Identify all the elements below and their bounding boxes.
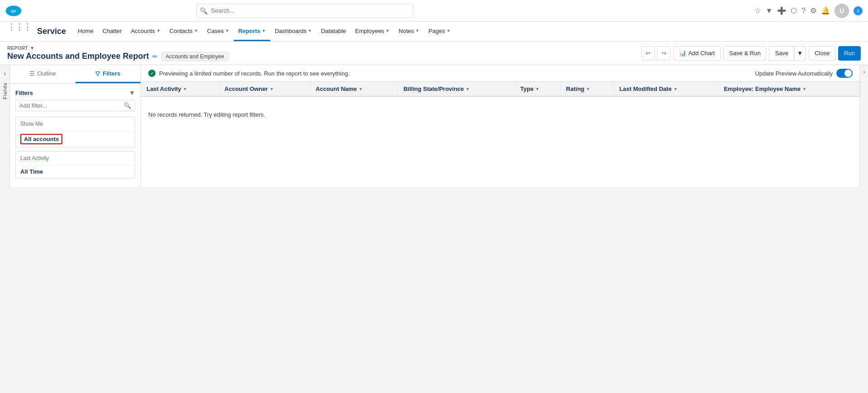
preview-banner-left: ✓ Previewing a limited number of records… [148,70,349,77]
right-edge-panel[interactable]: › [860,65,868,187]
filters-dropdown-icon[interactable]: ▼ [129,89,135,96]
col-header-account-owner[interactable]: Account Owner▼ [219,82,310,96]
search-bar: 🔍 [196,4,413,18]
add-icon[interactable]: ➕ [777,6,786,15]
nav-item-reports[interactable]: Reports▼ [234,22,270,41]
avatar[interactable]: U [835,4,849,18]
filter-group-show-me-header: Show Me [16,117,135,131]
nav-item-datatable[interactable]: Datatable [316,22,351,41]
nav-label: Chatter [103,28,122,34]
filter-group-last-activity: Last Activity All Time [15,151,135,178]
table-container: Last Activity▼Account Owner▼Account Name… [141,82,860,187]
col-sort-icon: ▼ [535,87,539,91]
salesforce-logo[interactable]: SF [5,3,22,19]
col-header-account-name[interactable]: Account Name▼ [310,82,398,96]
nav-item-notes[interactable]: Notes▼ [394,22,424,41]
table-header-row: Last Activity▼Account Owner▼Account Name… [141,82,860,96]
filter-add-input[interactable] [19,102,124,109]
table-head: Last Activity▼Account Owner▼Account Name… [141,82,860,96]
col-header-type[interactable]: Type▼ [514,82,560,96]
nav-label: Employees [355,28,384,34]
report-label: REPORT ▼ [7,45,642,51]
help-icon[interactable]: ? [802,7,806,15]
preview-status-icon: ✓ [148,70,156,77]
right-edge-collapse-icon: › [863,69,865,75]
nav-item-home[interactable]: Home [73,22,98,41]
filter-group-last-activity-value[interactable]: All Time [16,166,135,178]
nav-item-accounts[interactable]: Accounts▼ [126,22,165,41]
col-sort-icon: ▼ [270,87,274,91]
report-title-edit-icon[interactable]: ✏ [152,53,158,60]
main-content: › Fields ☰ Outline ▽ Filters Filters ▼ [0,65,868,187]
col-sort-icon: ▼ [674,87,678,91]
col-header-last-activity[interactable]: Last Activity▼ [141,82,219,96]
favorites-dropdown-icon[interactable]: ▼ [765,7,773,15]
nav-label: Datatable [321,28,346,34]
search-input[interactable] [196,4,413,18]
favorites-icon[interactable]: ☆ [755,6,761,15]
nav-chevron-icon: ▼ [156,28,160,33]
sidebar-toggle-icon[interactable]: › [4,70,6,77]
run-button[interactable]: Run [838,46,861,61]
nav-item-employees[interactable]: Employees▼ [351,22,394,41]
report-header-actions: ↩ ↪ 📊 Add Chart Save & Run Save ▼ Close … [642,46,861,64]
nav-chevron-icon: ▼ [225,28,229,33]
nav-items: HomeChatterAccounts▼Contacts▼Cases▼Repor… [73,22,455,41]
report-type-badge: Accounts and Employee [161,52,228,61]
save-group: Save ▼ [769,46,806,61]
auto-preview-toggle[interactable] [836,69,853,78]
svg-text:SF: SF [11,9,16,13]
nav-item-pages[interactable]: Pages▼ [424,22,455,41]
report-header-left: REPORT ▼ New Accounts and Employee Repor… [7,45,642,65]
app-launcher-icon[interactable]: ⬡ [791,6,797,15]
filters-section-title: Filters ▼ [15,89,135,96]
filter-group-show-me: Show Me All accounts [15,117,135,147]
col-header-billing-state-province[interactable]: Billing State/Province▼ [398,82,514,96]
nav-item-dashboards[interactable]: Dashboards▼ [270,22,316,41]
nav-label: Reports [238,28,260,34]
save-dropdown-button[interactable]: ▼ [794,46,806,61]
close-button[interactable]: Close [809,46,835,61]
add-chart-button[interactable]: 📊 Add Chart [673,46,721,61]
notifications-icon[interactable]: 🔔 [821,6,830,15]
sidebar-fields-label[interactable]: Fields [2,82,8,99]
sidebar: › Fields [0,65,10,187]
nav-label: Home [78,28,94,34]
filter-group-show-me-value[interactable]: All accounts [20,134,62,144]
nav-bar: ⋮⋮⋮ Service HomeChatterAccounts▼Contacts… [0,22,868,42]
tab-outline[interactable]: ☰ Outline [10,65,75,83]
no-records-cell: No records returned. Try editing report … [141,96,860,133]
no-records-row: No records returned. Try editing report … [141,96,860,133]
panel-tabs: ☰ Outline ▽ Filters [10,65,141,84]
app-name: Service [35,22,73,41]
settings-icon[interactable]: ⚙ [810,6,816,15]
col-sort-icon: ▼ [802,87,807,91]
redo-button[interactable]: ↪ [657,46,670,61]
nav-item-cases[interactable]: Cases▼ [203,22,234,41]
nav-label: Pages [429,28,445,34]
panel-content: Filters ▼ 🔍 Show Me All accounts Last Ac… [10,84,141,187]
preview-banner: ✓ Previewing a limited number of records… [141,65,860,82]
outline-icon: ☰ [29,70,35,77]
app-grid-icon[interactable]: ⋮⋮⋮ [4,22,35,41]
undo-button[interactable]: ↩ [642,46,655,61]
col-header-last-modified-date[interactable]: Last Modified Date▼ [614,82,718,96]
nav-item-chatter[interactable]: Chatter [98,22,127,41]
nav-chevron-icon: ▼ [447,28,451,33]
col-sort-icon: ▼ [183,87,187,91]
filter-add-bar[interactable]: 🔍 [15,100,135,111]
save-and-run-button[interactable]: Save & Run [723,46,766,61]
search-icon: 🔍 [200,7,208,14]
save-button[interactable]: Save [769,46,794,61]
nav-item-contacts[interactable]: Contacts▼ [165,22,203,41]
preview-banner-right: Update Preview Automatically [755,69,853,78]
nav-label: Cases [207,28,224,34]
report-title: New Accounts and Employee Report [7,52,149,61]
col-header-employee--employee-name[interactable]: Employee: Employee Name▼ [718,82,860,96]
top-bar-right: ☆ ▼ ➕ ⬡ ? ⚙ 🔔 U i [755,4,863,18]
nav-label: Dashboards [275,28,307,34]
col-header-rating[interactable]: Rating▼ [561,82,614,96]
report-label-dropdown[interactable]: ▼ [30,45,35,51]
tab-filters[interactable]: ▽ Filters [75,65,141,83]
report-header: REPORT ▼ New Accounts and Employee Repor… [0,42,868,65]
